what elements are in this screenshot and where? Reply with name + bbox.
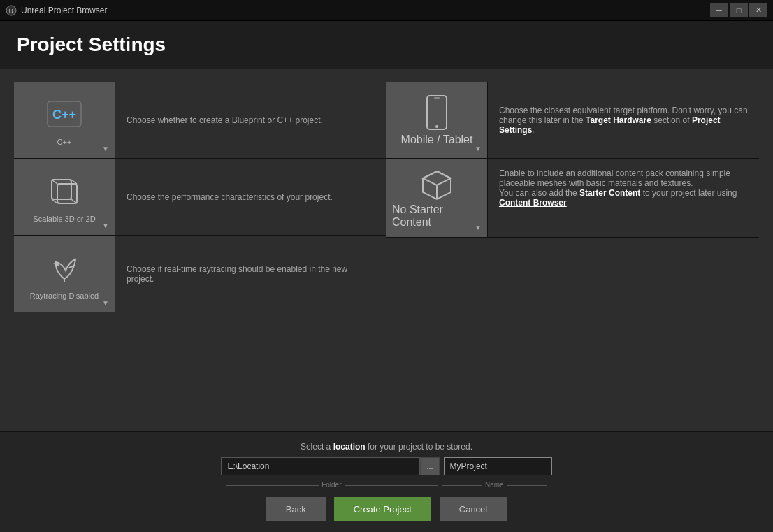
svg-line-19 — [437, 178, 451, 185]
svg-marker-16 — [423, 171, 451, 185]
name-label: Name — [482, 481, 507, 489]
cpp-icon: C++ — [45, 94, 84, 134]
raytracing-setting-row: Raytracing Disabled ▼ Choose if real-tim… — [14, 236, 386, 312]
raytracing-label: Raytracing Disabled — [30, 292, 99, 300]
starter-setting-row: No Starter Content ▼ Enable to include a… — [386, 159, 759, 238]
raytracing-dropdown-icon: ▼ — [102, 299, 109, 307]
close-button[interactable]: ✕ — [749, 3, 767, 17]
titlebar: U Unreal Project Browser ─ □ ✕ — [0, 0, 773, 21]
starter-icon — [420, 167, 454, 203]
name-line-right — [507, 485, 547, 486]
svg-rect-12 — [430, 100, 444, 122]
svg-text:C++: C++ — [52, 108, 76, 122]
back-button[interactable]: Back — [266, 497, 326, 521]
titlebar-title: Unreal Project Browser — [21, 6, 710, 15]
folder-line-left — [226, 485, 319, 486]
project-name-input[interactable] — [444, 457, 552, 475]
starter-dropdown-icon: ▼ — [475, 224, 482, 231]
scalable-card[interactable]: Scalable 3D or 2D ▼ — [14, 159, 115, 235]
main-window: Project Settings C++ C++ ▼ — [0, 21, 773, 532]
minimize-button[interactable]: ─ — [710, 3, 728, 17]
mobile-setting-row: Mobile / Tablet ▼ Choose the closest equ… — [386, 82, 759, 159]
maximize-button[interactable]: □ — [730, 3, 748, 17]
cpp-card[interactable]: C++ C++ ▼ — [14, 82, 115, 158]
right-empty-row — [386, 238, 759, 315]
mobile-card[interactable]: Mobile / Tablet ▼ — [386, 82, 488, 158]
mobile-dropdown-icon: ▼ — [475, 145, 482, 152]
folder-path-input[interactable] — [221, 457, 420, 475]
svg-point-13 — [435, 125, 438, 128]
footer-buttons: Back Create Project Cancel — [266, 497, 507, 521]
svg-rect-14 — [434, 97, 440, 99]
mobile-label: Mobile / Tablet — [401, 134, 473, 146]
footer: Select a location for your project to be… — [0, 431, 773, 532]
app-icon: U — [6, 5, 17, 16]
scalable-icon — [45, 171, 84, 210]
label-row: Folder Name — [226, 481, 547, 489]
content-area: C++ C++ ▼ Choose whether to create a Blu… — [0, 69, 773, 431]
page-title: Project Settings — [0, 21, 773, 69]
raytracing-description: Choose if real-time raytracing should be… — [115, 236, 386, 312]
cancel-button[interactable]: Cancel — [440, 497, 507, 521]
right-column: Mobile / Tablet ▼ Choose the closest equ… — [386, 82, 759, 315]
raytracing-card[interactable]: Raytracing Disabled ▼ — [14, 236, 115, 312]
left-column: C++ C++ ▼ Choose whether to create a Blu… — [14, 82, 386, 315]
svg-line-18 — [423, 178, 437, 185]
folder-line-right — [345, 485, 438, 486]
raytracing-icon — [45, 248, 84, 287]
folder-label: Folder — [319, 481, 344, 489]
scalable-setting-row: Scalable 3D or 2D ▼ Choose the performan… — [14, 159, 386, 236]
titlebar-buttons: ─ □ ✕ — [710, 3, 767, 17]
cpp-description: Choose whether to create a Blueprint or … — [115, 82, 386, 158]
svg-rect-4 — [57, 184, 77, 203]
scalable-description: Choose the performance characteristics o… — [115, 159, 386, 235]
cpp-dropdown-icon: ▼ — [102, 145, 109, 152]
cpp-label: C++ — [57, 138, 72, 146]
scalable-label: Scalable 3D or 2D — [33, 215, 95, 223]
svg-rect-5 — [52, 180, 71, 199]
name-line-left — [442, 485, 482, 486]
scalable-dropdown-icon: ▼ — [102, 222, 109, 229]
cpp-setting-row: C++ C++ ▼ Choose whether to create a Blu… — [14, 82, 386, 159]
mobile-icon — [424, 94, 449, 134]
settings-grid: C++ C++ ▼ Choose whether to create a Blu… — [14, 82, 759, 315]
bottom-spacer — [14, 315, 759, 424]
starter-card[interactable]: No Starter Content ▼ — [386, 159, 488, 237]
starter-label: No Starter Content — [392, 203, 482, 229]
mobile-description: Choose the closest equivalent target pla… — [488, 82, 759, 158]
create-project-button[interactable]: Create Project — [334, 497, 431, 521]
starter-description: Enable to include an additional content … — [488, 159, 759, 237]
browse-button[interactable]: ... — [420, 457, 439, 475]
footer-location-text: Select a location for your project to be… — [301, 442, 472, 452]
svg-text:U: U — [9, 8, 14, 15]
footer-path-row: ... — [221, 457, 551, 475]
